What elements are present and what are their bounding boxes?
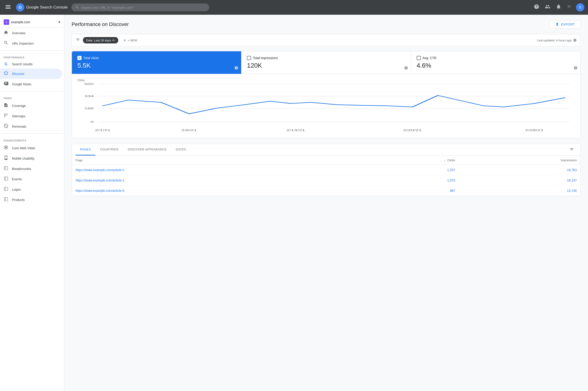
sidebar-item-products[interactable]: Products: [0, 195, 62, 205]
site-selector[interactable]: e example.com ▾: [0, 16, 64, 28]
sidebar-item-removals[interactable]: Removals: [0, 121, 62, 132]
user-avatar[interactable]: S: [576, 3, 584, 11]
impressions-value[interactable]: 18,763: [567, 168, 577, 172]
svg-text:334: 334: [84, 95, 94, 98]
chart-y-label: Clicks: [77, 79, 575, 82]
menu-icon[interactable]: [4, 2, 12, 12]
performance-section-label: Performance: [0, 52, 64, 60]
sidebar-label-removals: Removals: [12, 125, 26, 128]
sidebar-label-sitemaps: Sitemaps: [12, 114, 25, 118]
tab-dates[interactable]: DATES: [171, 144, 191, 156]
search-icon: [4, 40, 8, 46]
sidebar-item-url-inspection[interactable]: URL inspection: [0, 38, 62, 49]
sidebar-label-logos: Logos: [12, 188, 21, 191]
impressions-value[interactable]: 19,147: [567, 179, 577, 182]
impressions-help-icon[interactable]: [404, 66, 408, 71]
logos-icon: [4, 187, 8, 192]
notifications-icon[interactable]: [554, 2, 563, 13]
index-section-label: Index: [0, 93, 64, 100]
sort-down-icon: ↓: [444, 159, 446, 162]
clicks-value[interactable]: 1,070: [447, 179, 455, 182]
tab-pages[interactable]: PAGES: [75, 144, 95, 156]
cell-impressions: 19,147: [459, 175, 581, 186]
date-filter-chip[interactable]: Date: Last 28 days ✏: [83, 37, 118, 43]
svg-text:2/14/21: 2/14/21: [286, 129, 305, 132]
clicks-value[interactable]: 1,257: [447, 168, 455, 172]
metric-cards: Total clicks 5.5K Total impressions 120K: [72, 51, 581, 74]
table-row: https://www.example.com/article-2 1,257 …: [72, 165, 581, 175]
sidebar-item-discover[interactable]: Discover: [0, 69, 62, 79]
edit-filter-icon: ✏: [112, 38, 115, 42]
sidebar-label-discover: Discover: [12, 72, 24, 76]
cell-impressions: 13,745: [459, 186, 581, 196]
metric-card-total-clicks[interactable]: Total clicks 5.5K: [72, 51, 241, 74]
clicks-help-icon[interactable]: [234, 66, 238, 71]
metric-card-header: Total clicks: [77, 56, 236, 60]
sidebar-label-breadcrumbs: Breadcrumbs: [12, 167, 31, 171]
sidebar-item-logos[interactable]: Logos: [0, 184, 62, 195]
pages-table: Page ↓ Clicks Impressions https:/: [72, 156, 581, 196]
table-row: https://www.example.com/article-5 987 13…: [72, 186, 581, 196]
sidebar-item-search-results[interactable]: G Search results: [0, 60, 62, 69]
home-icon: [4, 30, 8, 36]
sidebar-item-overview[interactable]: Overview: [0, 28, 62, 38]
impressions-value[interactable]: 13,745: [567, 189, 577, 193]
metric-card-avg-ctr[interactable]: Avg. CTR 4.6%: [411, 51, 581, 74]
new-filter-label: + NEW: [128, 39, 137, 42]
cell-clicks: 1,257: [363, 165, 459, 175]
line-chart: 500 334 166 0 2/1/21 2/6/21 2/14/21 2/20…: [77, 83, 575, 133]
sidebar-label-products: Products: [12, 198, 25, 202]
cell-page: https://www.example.com/article-2: [72, 165, 363, 175]
export-button[interactable]: EXPORT: [549, 20, 581, 28]
add-filter-button[interactable]: + NEW: [121, 37, 139, 43]
sidebar-item-breadcrumbs[interactable]: Breadcrumbs: [0, 164, 62, 174]
clicks-value[interactable]: 987: [450, 189, 455, 193]
sidebar-item-sitemaps[interactable]: Sitemaps: [0, 111, 62, 121]
svg-rect-1: [5, 7, 10, 7]
sidebar-item-google-news[interactable]: Google News: [0, 79, 62, 89]
svg-text:166: 166: [84, 107, 94, 110]
clicks-checkbox: [77, 56, 81, 60]
page-link[interactable]: https://www.example.com/article-5: [75, 189, 124, 193]
url-search-bar[interactable]: [71, 3, 209, 11]
filters-bar: Date: Last 28 days ✏ + NEW Last updated:…: [72, 34, 581, 46]
tab-discover-appearance[interactable]: DISCOVER APPEARANCE: [123, 144, 171, 156]
sidebar-label-google-news: Google News: [12, 82, 31, 86]
sitemaps-icon: [4, 113, 8, 119]
metric-card-header: Avg. CTR: [417, 56, 575, 60]
page-header: Performance on Discover EXPORT: [72, 20, 581, 28]
cell-clicks: 1,070: [363, 175, 459, 186]
sidebar-label-coverage: Coverage: [12, 104, 26, 108]
metric-card-total-impressions[interactable]: Total impressions 120K: [241, 51, 411, 74]
accounts-icon[interactable]: [543, 2, 552, 13]
date-chip-label: Date: Last 28 days: [86, 39, 111, 42]
page-link[interactable]: https://www.example.com/article-1: [75, 179, 124, 182]
filter-icon: [75, 37, 80, 43]
main-content: Performance on Discover EXPORT Date: Las…: [64, 15, 588, 391]
svg-rect-2: [5, 8, 10, 8]
tab-countries[interactable]: COUNTRIES: [95, 144, 123, 156]
coverage-icon: [4, 103, 8, 108]
sidebar: e example.com ▾ Overview URL inspection …: [0, 15, 64, 391]
page-link[interactable]: https://www.example.com/article-2: [75, 168, 124, 172]
help-icon[interactable]: [532, 2, 541, 13]
apps-icon[interactable]: [565, 2, 574, 13]
col-impressions: Impressions: [459, 156, 581, 165]
table-filter-icon[interactable]: [567, 144, 577, 155]
last-updated-text: Last updated: 4 hours ago: [537, 39, 572, 42]
sidebar-item-mobile-usability[interactable]: Mobile Usability: [0, 153, 62, 164]
sidebar-item-events[interactable]: Events: [0, 174, 62, 184]
svg-text:2/20/21: 2/20/21: [403, 129, 422, 132]
ctr-help-icon[interactable]: [574, 66, 578, 71]
url-search-input[interactable]: [81, 5, 205, 9]
sidebar-label-core-web-vitals: Core Web Vitals: [12, 146, 35, 150]
svg-text:2/6/21: 2/6/21: [181, 129, 197, 132]
cell-clicks: 987: [363, 186, 459, 196]
ctr-checkbox: [417, 56, 421, 60]
sidebar-item-core-web-vitals[interactable]: Core Web Vitals: [0, 143, 62, 153]
col-clicks[interactable]: ↓ Clicks: [363, 156, 459, 165]
topnav: G Google Search Console S: [0, 0, 588, 15]
tabs-bar: PAGES COUNTRIES DISCOVER APPEARANCE DATE…: [72, 144, 581, 156]
impressions-value: 120K: [247, 62, 405, 69]
sidebar-item-coverage[interactable]: Coverage: [0, 100, 62, 111]
